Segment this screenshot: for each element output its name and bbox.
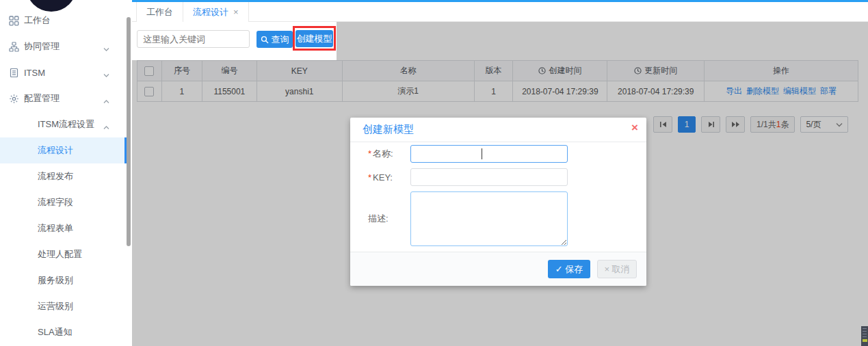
save-button[interactable]: ✓ 保存 <box>548 260 590 278</box>
desc-field-row: 描述: <box>350 191 646 246</box>
gear-icon <box>9 94 19 104</box>
required-mark: * <box>368 172 371 183</box>
dialog-title: 创建新模型 <box>363 123 414 136</box>
sidebar-item-itsm[interactable]: ITSM <box>0 59 127 85</box>
chevron-down-icon <box>103 70 109 80</box>
dialog-header: 创建新模型 × <box>350 118 646 142</box>
search-input[interactable] <box>137 30 250 48</box>
desc-field-label: 描述: <box>350 213 410 225</box>
dialog-close-icon[interactable]: × <box>631 122 638 133</box>
sidebar-item-label: 服务级别 <box>38 274 73 287</box>
corner-widget-chip <box>863 339 867 342</box>
key-label-text: KEY: <box>373 172 393 183</box>
sidebar-scrollbar[interactable] <box>127 17 131 246</box>
search-icon <box>261 36 269 44</box>
desc-label-text: 描述: <box>368 213 389 224</box>
sidebar-item-flow-forms[interactable]: 流程表单 <box>0 215 127 241</box>
sidebar-item-config[interactable]: 配置管理 <box>0 85 127 111</box>
modal-mask-top <box>337 22 868 60</box>
chevron-up-icon <box>103 122 109 132</box>
sidebar-item-sla-notice[interactable]: SLA通知 <box>0 319 127 345</box>
chevron-up-icon <box>103 96 109 106</box>
name-input[interactable] <box>410 145 568 163</box>
tab-flow-design[interactable]: 流程设计 × <box>183 2 249 22</box>
tab-workbench[interactable]: 工作台 <box>136 2 183 22</box>
sidebar-item-label: 处理人配置 <box>38 248 82 261</box>
name-label-text: 名称: <box>373 148 393 159</box>
tab-label: 流程设计 <box>193 6 228 18</box>
dialog-footer: ✓ 保存 × 取消 <box>350 252 646 286</box>
sidebar-item-service-level[interactable]: 服务级别 <box>0 267 127 293</box>
chevron-down-icon <box>103 44 109 54</box>
sidebar-item-label: SLA通知 <box>38 326 73 338</box>
sidebar: 工作台 协同管理 <box>0 0 132 346</box>
query-button-label: 查询 <box>272 34 289 46</box>
sidebar-item-label: 运营级别 <box>38 300 73 312</box>
corner-widget-sliver[interactable] <box>861 326 868 346</box>
sidebar-item-workbench[interactable]: 工作台 <box>0 8 127 34</box>
sidebar-item-collaboration[interactable]: 协同管理 <box>0 34 127 59</box>
sidebar-menu: 工作台 协同管理 <box>0 8 127 345</box>
close-icon[interactable]: × <box>233 7 239 17</box>
doc-icon <box>9 68 19 78</box>
sidebar-item-flow-publish[interactable]: 流程发布 <box>0 163 127 189</box>
app-window: 工作台 协同管理 <box>0 0 868 346</box>
sidebar-item-label: 流程字段 <box>38 196 73 209</box>
sidebar-item-label: 工作台 <box>24 14 51 27</box>
sidebar-item-label: 流程发布 <box>38 170 73 183</box>
name-field-row: *名称: <box>350 145 646 163</box>
sidebar-item-handler-config[interactable]: 处理人配置 <box>0 241 127 267</box>
sidebar-item-itsm-flow-settings[interactable]: ITSM流程设置 <box>0 111 127 137</box>
check-icon: ✓ <box>555 264 563 274</box>
create-model-dialog: 创建新模型 × *名称: *KEY: 描述: ✓ 保存 × 取消 <box>350 118 646 286</box>
grid-icon <box>9 16 19 26</box>
required-mark: * <box>368 148 371 159</box>
main-area: 工作台 流程设计 × 查询 创建模型 <box>132 0 868 346</box>
key-field-row: *KEY: <box>350 168 646 186</box>
close-icon: × <box>604 264 609 274</box>
sidebar-item-label: 流程表单 <box>38 222 73 235</box>
sidebar-item-flow-fields[interactable]: 流程字段 <box>0 189 127 215</box>
cancel-button-label: 取消 <box>612 264 630 274</box>
sidebar-item-operation-level[interactable]: 运营级别 <box>0 293 127 319</box>
name-field-label: *名称: <box>350 148 410 160</box>
tab-label: 工作台 <box>146 6 173 18</box>
sidebar-item-label: ITSM流程设置 <box>38 118 94 131</box>
key-input[interactable] <box>410 168 568 186</box>
tab-bar: 工作台 流程设计 × <box>132 2 868 22</box>
sidebar-item-label: 配置管理 <box>24 92 60 105</box>
create-model-button[interactable]: 创建模型 <box>295 30 333 47</box>
key-field-label: *KEY: <box>350 172 410 183</box>
sidebar-item-label: 协同管理 <box>24 40 60 53</box>
cancel-button[interactable]: × 取消 <box>597 260 637 278</box>
org-icon <box>9 42 19 52</box>
create-button-label: 创建模型 <box>297 33 332 45</box>
save-button-label: 保存 <box>565 264 583 274</box>
sidebar-item-label: 流程设计 <box>38 144 73 157</box>
sidebar-item-flow-design[interactable]: 流程设计 <box>0 137 127 163</box>
query-button[interactable]: 查询 <box>257 31 293 48</box>
description-textarea[interactable] <box>410 191 568 246</box>
sidebar-item-label: ITSM <box>24 68 45 78</box>
